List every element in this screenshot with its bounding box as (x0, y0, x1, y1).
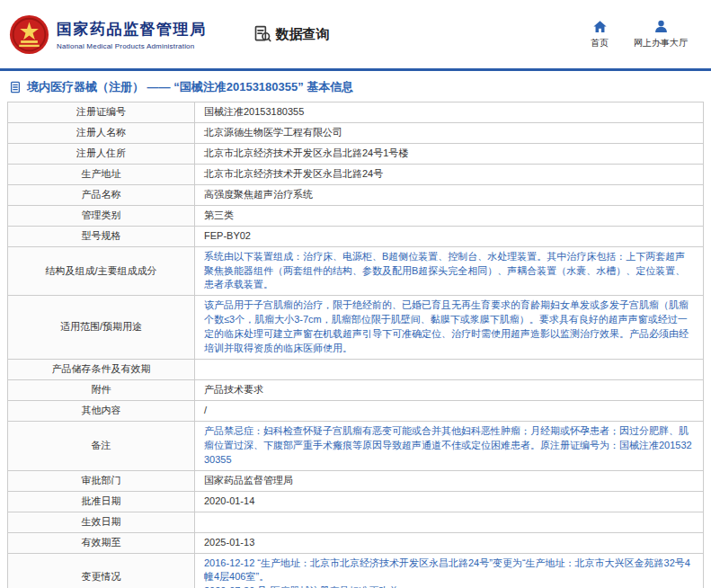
row-value: 2025-01-13 (195, 532, 704, 553)
site-header: 国家药品监督管理局 National Medical Products Admi… (0, 0, 711, 68)
table-row: 生效日期 (8, 512, 704, 532)
row-label: 其他内容 (8, 401, 195, 422)
breadcrumb-text: 境内医疗器械（注册） —— “国械注准20153180355” 基本信息 (27, 79, 353, 95)
row-label: 注册人名称 (8, 122, 195, 143)
row-value (195, 512, 704, 532)
row-label: 产品名称 (8, 184, 195, 205)
org-name-en: National Medical Products Administration (57, 42, 207, 50)
row-label: 附件 (8, 380, 195, 401)
row-value: 产品技术要求 (195, 380, 704, 401)
row-value: FEP-BY02 (195, 226, 704, 246)
table-row: 产品名称 高强度聚焦超声治疗系统 (8, 184, 704, 205)
row-label: 审批部门 (8, 470, 195, 491)
table-row: 批准日期 2020-01-14 (8, 491, 704, 512)
row-label: 备注 (8, 421, 195, 470)
table-row: 审批部门 国家药品监督管理局 (8, 470, 704, 491)
national-emblem-logo (9, 14, 49, 55)
row-value: 2020-01-14 (195, 491, 704, 512)
table-row: 有效期至 2025-01-13 (8, 532, 704, 553)
info-table: 注册证编号 国械注准20153180355 注册人名称 北京源德生物医学工程有限… (7, 102, 704, 588)
table-row: 管理类别 第三类 (8, 205, 704, 226)
row-value: 北京市北京经济技术开发区永昌北路24号 (195, 164, 704, 184)
row-value: / (195, 401, 704, 422)
table-row: 注册人名称 北京源德生物医学工程有限公司 (8, 122, 704, 143)
table-row: 变更情况 2016-12-12 “生产地址：北京市北京经济技术开发区永昌北路24… (8, 553, 704, 588)
top-nav: 首页 网上办事大厅 (591, 19, 702, 49)
table-row: 注册人住所 北京市北京经济技术开发区永昌北路24号1号楼 (8, 143, 704, 164)
data-query-label: 数据查询 (276, 26, 330, 43)
table-row: 附件 产品技术要求 (8, 380, 704, 401)
row-value: 北京市北京经济技术开发区永昌北路24号1号楼 (195, 143, 704, 164)
row-label: 注册人住所 (8, 143, 195, 164)
row-label: 适用范围/预期用途 (8, 296, 195, 360)
table-row: 备注 产品禁忌症：妇科检查怀疑子宫肌瘤有恶变可能或合并其他妇科恶性肿瘤；月经期或… (8, 421, 704, 470)
brand[interactable]: 国家药品监督管理局 National Medical Products Admi… (9, 14, 207, 55)
row-value: 国家药品监督管理局 (195, 470, 704, 491)
table-row: 生产地址 北京市北京经济技术开发区永昌北路24号 (8, 164, 704, 184)
row-value: 国械注准20153180355 (195, 102, 704, 123)
nav-home-label: 首页 (591, 37, 609, 49)
row-value: 系统由以下装置组成：治疗床、电源柜、B超侧位装置、控制台、水处理装置。其中治疗床… (195, 246, 704, 296)
user-icon (653, 19, 669, 34)
nav-home[interactable]: 首页 (591, 19, 609, 49)
table-row: 型号规格 FEP-BY02 (8, 226, 704, 246)
row-value: 该产品用于子宫肌瘤的治疗，限于绝经前的、已婚已育且无再生育要求的育龄期妇女单发或… (195, 296, 704, 360)
nav-service-hall[interactable]: 网上办事大厅 (634, 19, 688, 49)
row-label: 生效日期 (8, 512, 195, 532)
row-value: 高强度聚焦超声治疗系统 (195, 184, 704, 205)
row-value: 北京源德生物医学工程有限公司 (195, 122, 704, 143)
row-label: 批准日期 (8, 491, 195, 512)
row-label: 生产地址 (8, 164, 195, 184)
document-icon (9, 81, 22, 94)
row-label: 结构及组成/主要组成成分 (8, 246, 195, 296)
data-query-section[interactable]: 数据查询 (253, 25, 330, 43)
table-row: 产品储存条件及有效期 (8, 360, 704, 380)
row-value: 第三类 (195, 205, 704, 226)
row-label: 变更情况 (8, 553, 195, 588)
nav-service-hall-label: 网上办事大厅 (634, 37, 688, 49)
row-label: 型号规格 (8, 226, 195, 246)
table-row: 适用范围/预期用途 该产品用于子宫肌瘤的治疗，限于绝经前的、已婚已育且无再生育要… (8, 296, 704, 360)
breadcrumb: 境内医疗器械（注册） —— “国械注准20153180355” 基本信息 (0, 71, 711, 102)
brand-text: 国家药品监督管理局 National Medical Products Admi… (57, 19, 207, 50)
row-value: 产品禁忌症：妇科检查怀疑子宫肌瘤有恶变可能或合并其他妇科恶性肿瘤；月经期或怀孕患… (195, 421, 704, 470)
data-query-icon (253, 25, 271, 43)
row-value: 2016-12-12 “生产地址：北京市北京经济技术开发区永昌北路24号”变更为… (195, 553, 704, 588)
row-label: 注册证编号 (8, 102, 195, 123)
row-label: 有效期至 (8, 532, 195, 553)
table-row: 注册证编号 国械注准20153180355 (8, 102, 704, 123)
home-icon (592, 19, 608, 34)
row-label: 管理类别 (8, 205, 195, 226)
table-row: 结构及组成/主要组成成分 系统由以下装置组成：治疗床、电源柜、B超侧位装置、控制… (8, 246, 704, 296)
org-name-cn: 国家药品监督管理局 (57, 19, 207, 40)
table-row: 其他内容 / (8, 401, 704, 422)
row-label: 产品储存条件及有效期 (8, 360, 195, 380)
row-value (195, 360, 704, 380)
